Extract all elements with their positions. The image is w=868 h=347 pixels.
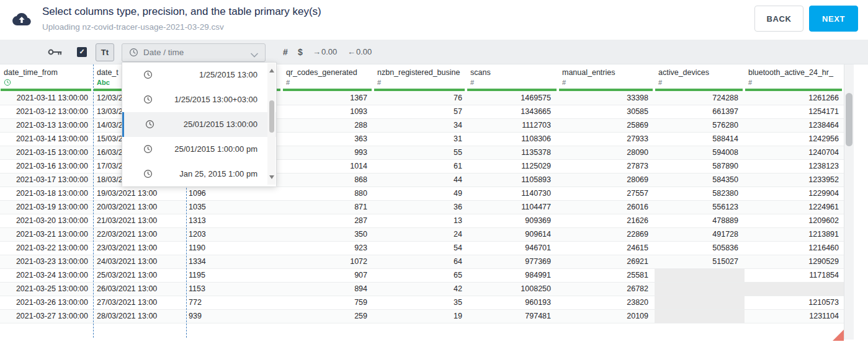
table-cell[interactable]: 588414 (655, 133, 745, 146)
table-cell[interactable]: 287 (282, 214, 374, 227)
table-cell[interactable]: 2021-03-14 13:00:00 (0, 133, 93, 146)
table-cell[interactable]: 28090 (558, 146, 655, 159)
table-cell[interactable]: 2021-03-25 13:00:00 (0, 283, 93, 296)
table-cell[interactable]: 1203 (186, 228, 282, 241)
primary-key-button[interactable] (47, 46, 63, 58)
table-cell[interactable]: 1334 (186, 255, 282, 268)
table-cell[interactable] (655, 310, 745, 323)
table-cell[interactable]: 36 (374, 201, 467, 214)
include-column-checkbox[interactable]: ✓ (77, 47, 87, 57)
table-cell[interactable]: 76 (374, 92, 467, 105)
table-cell[interactable]: 909614 (467, 228, 558, 241)
table-cell[interactable]: 1112703 (467, 119, 558, 132)
table-cell[interactable]: 20109 (558, 310, 655, 323)
table-cell[interactable]: 1093 (282, 105, 374, 118)
table-cell[interactable]: 1213891 (745, 228, 844, 241)
column-header-qr_codes_generated[interactable]: qr_codes_generated# (282, 64, 374, 92)
table-cell[interactable]: 1290529 (745, 255, 844, 268)
table-cell[interactable]: 23/03/2021 13:00 (93, 242, 186, 255)
table-cell[interactable]: 2021-03-12 13:00:00 (0, 105, 93, 118)
table-cell[interactable]: 1153 (186, 283, 282, 296)
table-cell[interactable]: 25581 (558, 269, 655, 282)
table-cell[interactable]: 946701 (467, 242, 558, 255)
table-cell[interactable]: 54 (374, 242, 467, 255)
table-cell[interactable]: 2021-03-21 13:00:00 (0, 228, 93, 241)
table-cell[interactable]: 2021-03-16 13:00:00 (0, 160, 93, 173)
table-cell[interactable]: 1008250 (467, 283, 558, 296)
table-cell[interactable]: 25869 (558, 119, 655, 132)
table-cell[interactable]: 759 (282, 296, 374, 309)
table-cell[interactable]: 923 (282, 242, 374, 255)
table-cell[interactable]: 587890 (655, 160, 745, 173)
table-cell[interactable]: 1108306 (467, 133, 558, 146)
table-cell[interactable]: 20/03/2021 13:00 (93, 201, 186, 214)
table-cell[interactable]: 584350 (655, 174, 745, 187)
table-cell[interactable]: 594008 (655, 146, 745, 159)
table-cell[interactable]: 556123 (655, 201, 745, 214)
table-cell[interactable]: 1469575 (467, 92, 558, 105)
table-cell[interactable]: 1367 (282, 92, 374, 105)
format-option[interactable]: 25/01/2015 1:00:00 pm (122, 137, 276, 162)
table-cell[interactable]: 1343665 (467, 105, 558, 118)
table-cell[interactable]: 35 (374, 296, 467, 309)
table-cell[interactable]: 1231104 (745, 310, 844, 323)
table-cell[interactable]: 49 (374, 187, 467, 200)
table-cell[interactable]: 33398 (558, 92, 655, 105)
table-cell[interactable]: 363 (282, 133, 374, 146)
table-cell[interactable]: 1238123 (745, 160, 844, 173)
table-cell[interactable]: 1238464 (745, 119, 844, 132)
table-cell[interactable]: 1014 (282, 160, 374, 173)
table-cell[interactable]: 797481 (467, 310, 558, 323)
table-cell[interactable]: 1224961 (745, 201, 844, 214)
table-cell[interactable]: 1171854 (745, 269, 844, 282)
table-cell[interactable]: 24615 (558, 242, 655, 255)
table-cell[interactable]: 30585 (558, 105, 655, 118)
table-cell[interactable]: 2021-03-20 13:00:00 (0, 214, 93, 227)
table-cell[interactable]: 21626 (558, 214, 655, 227)
increase-decimal-button[interactable]: →0.00 (313, 40, 337, 64)
column-header-active_devices[interactable]: active_devices# (655, 64, 745, 92)
table-cell[interactable]: 868 (282, 174, 374, 187)
scroll-down-arrow[interactable] (269, 175, 274, 179)
currency-type-button[interactable]: $ (298, 40, 303, 64)
table-cell[interactable]: 1035 (186, 201, 282, 214)
scroll-up-arrow[interactable] (269, 69, 274, 72)
table-cell[interactable]: 582380 (655, 187, 745, 200)
table-cell[interactable]: 42 (374, 283, 467, 296)
table-cell[interactable]: 2021-03-17 13:00:00 (0, 174, 93, 187)
table-cell[interactable]: 55 (374, 146, 467, 159)
column-header-manual_entries[interactable]: manual_entries# (558, 64, 655, 92)
table-cell[interactable]: 26782 (558, 283, 655, 296)
column-header-scans[interactable]: scans# (467, 64, 558, 92)
table-cell[interactable]: 1209602 (745, 214, 844, 227)
table-cell[interactable]: 65 (374, 269, 467, 282)
table-cell[interactable]: 1216460 (745, 242, 844, 255)
table-cell[interactable]: 26/03/2021 13:00 (93, 283, 186, 296)
table-cell[interactable]: 1104477 (467, 201, 558, 214)
table-cell[interactable]: 21/03/2021 13:00 (93, 214, 186, 227)
table-cell[interactable]: 909369 (467, 214, 558, 227)
column-type-dropdown[interactable]: Date / time (122, 43, 266, 62)
table-cell[interactable]: 2021-03-18 13:00:00 (0, 187, 93, 200)
table-cell[interactable]: 259 (282, 310, 374, 323)
table-cell[interactable]: 1240704 (745, 146, 844, 159)
table-cell[interactable]: 1135378 (467, 146, 558, 159)
table-cell[interactable]: 19 (374, 310, 467, 323)
table-cell[interactable]: 1072 (282, 255, 374, 268)
table-cell[interactable]: 2021-03-19 13:00:00 (0, 201, 93, 214)
table-cell[interactable]: 977369 (467, 255, 558, 268)
table-cell[interactable]: 907 (282, 269, 374, 282)
table-cell[interactable]: 1125029 (467, 160, 558, 173)
table-cell[interactable]: 1233952 (745, 174, 844, 187)
table-cell[interactable]: 2021-03-13 13:00:00 (0, 119, 93, 132)
table-cell[interactable] (655, 283, 745, 296)
decrease-decimal-button[interactable]: ←0.00 (347, 40, 372, 64)
column-header-date_time_from[interactable]: date_time_from (0, 64, 93, 92)
table-cell[interactable]: 772 (186, 296, 282, 309)
text-type-button[interactable]: Tt (96, 43, 114, 61)
table-cell[interactable]: 25/03/2021 13:00 (93, 269, 186, 282)
table-cell[interactable]: 724288 (655, 92, 745, 105)
table-cell[interactable]: 1229904 (745, 187, 844, 200)
table-cell[interactable]: 491728 (655, 228, 745, 241)
table-cell[interactable]: 57 (374, 105, 467, 118)
